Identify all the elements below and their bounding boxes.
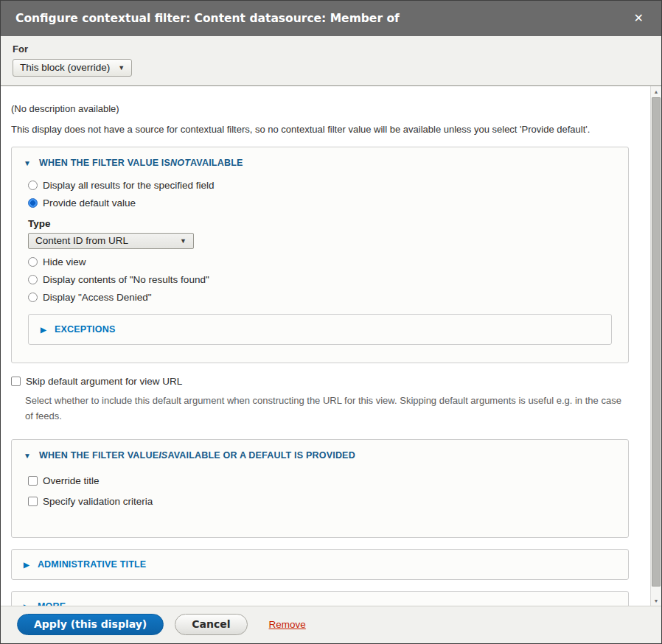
fieldset-filter-available: ▼ WHEN THE FILTER VALUE IS AVAILABLE OR …: [11, 439, 629, 538]
legend-text: ADMINISTRATIVE TITLE: [38, 559, 147, 570]
checkbox-label[interactable]: Override title: [43, 475, 100, 486]
fieldset-exceptions-summary[interactable]: ▶ EXCEPTIONS: [29, 315, 611, 344]
radio-label[interactable]: Provide default value: [43, 197, 136, 209]
legend-text: WHEN THE FILTER VALUE: [39, 450, 158, 461]
radio-display-all-results[interactable]: Display all results for the specified fi…: [28, 180, 612, 191]
scrollbar-track[interactable]: [651, 97, 661, 595]
type-label: Type: [28, 218, 612, 229]
legend-text: EXCEPTIONS: [55, 324, 116, 335]
checkbox-label[interactable]: Specify validation criteria: [43, 496, 153, 507]
radio-provide-default-value[interactable]: Provide default value: [28, 197, 612, 209]
radio-icon[interactable]: [28, 257, 38, 267]
checkbox-skip-default-argument[interactable]: Skip default argument for view URL: [11, 376, 629, 387]
vertical-scrollbar[interactable]: ▲ ▼: [650, 86, 661, 606]
dialog-title: Configure contextual filter: Content dat…: [15, 12, 631, 25]
radio-icon[interactable]: [28, 275, 38, 284]
fieldset-exceptions: ▶ EXCEPTIONS: [28, 314, 612, 345]
caret-right-icon: ▶: [24, 561, 29, 569]
chevron-down-icon: ▼: [118, 64, 125, 71]
radio-label[interactable]: Display all results for the specified fi…: [43, 180, 215, 191]
legend-emphasis: NOT: [170, 158, 190, 168]
for-section: For This block (override) ▼: [1, 36, 661, 86]
contextual-filter-dialog: Configure contextual filter: Content dat…: [0, 0, 662, 644]
radio-label[interactable]: Hide view: [43, 256, 86, 267]
legend-text: MORE: [38, 601, 66, 606]
scroll-up-icon[interactable]: ▲: [651, 86, 661, 97]
cancel-button[interactable]: Cancel: [175, 614, 247, 635]
checkbox-specify-validation[interactable]: Specify validation criteria: [28, 496, 612, 507]
caret-right-icon: ▶: [41, 326, 46, 334]
radio-display-access-denied[interactable]: Display "Access Denied": [28, 292, 612, 303]
chevron-down-icon: ▼: [180, 237, 187, 245]
legend-emphasis: IS: [158, 450, 167, 461]
radio-label[interactable]: Display contents of "No results found": [43, 274, 209, 285]
legend-text: AVAILABLE: [190, 158, 243, 168]
remove-link[interactable]: Remove: [269, 619, 306, 630]
radio-selected-icon[interactable]: [28, 198, 38, 208]
radio-icon[interactable]: [28, 181, 38, 190]
display-note-text: This display does not have a source for …: [11, 122, 629, 137]
fieldset-administrative-title-summary[interactable]: ▶ ADMINISTRATIVE TITLE: [12, 550, 628, 579]
checkbox-override-title[interactable]: Override title: [28, 475, 612, 486]
apply-button[interactable]: Apply (this display): [17, 614, 164, 635]
no-description-text: (No description available): [11, 102, 629, 116]
scroll-down-icon[interactable]: ▼: [651, 595, 661, 606]
legend-text: AVAILABLE OR A DEFAULT IS PROVIDED: [167, 450, 355, 461]
dialog-footer: Apply (this display) Cancel Remove: [1, 606, 661, 643]
type-select-value: Content ID from URL: [35, 235, 128, 246]
fieldset-available-summary[interactable]: ▼ WHEN THE FILTER VALUE IS AVAILABLE OR …: [12, 440, 628, 466]
dialog-header: Configure contextual filter: Content dat…: [1, 1, 661, 36]
type-select[interactable]: Content ID from URL ▼: [28, 233, 194, 249]
for-select-value: This block (override): [20, 62, 110, 73]
skip-default-description: Select whether to include this default a…: [25, 393, 629, 424]
checkbox-label[interactable]: Skip default argument for view URL: [26, 376, 182, 387]
radio-icon[interactable]: [28, 293, 38, 302]
caret-down-icon: ▼: [24, 452, 31, 460]
fieldset-filter-not-available: ▼ WHEN THE FILTER VALUE IS NOT AVAILABLE…: [11, 147, 629, 363]
scrollbar-thumb[interactable]: [652, 97, 661, 587]
fieldset-more-summary[interactable]: ▶ MORE: [12, 592, 628, 606]
checkbox-icon[interactable]: [28, 497, 38, 506]
checkbox-icon[interactable]: [11, 377, 21, 386]
fieldset-more: ▶ MORE: [11, 591, 629, 606]
caret-down-icon: ▼: [24, 159, 31, 167]
dialog-body: (No description available) This display …: [1, 86, 661, 606]
radio-label[interactable]: Display "Access Denied": [43, 292, 152, 303]
caret-right-icon: ▶: [24, 603, 29, 606]
radio-hide-view[interactable]: Hide view: [28, 256, 612, 267]
legend-text: WHEN THE FILTER VALUE IS: [39, 158, 170, 168]
for-select[interactable]: This block (override) ▼: [13, 59, 132, 77]
fieldset-administrative-title: ▶ ADMINISTRATIVE TITLE: [11, 549, 629, 580]
for-label: For: [13, 43, 649, 55]
radio-display-no-results[interactable]: Display contents of "No results found": [28, 274, 612, 285]
close-icon[interactable]: ✕: [631, 11, 647, 26]
checkbox-icon[interactable]: [28, 476, 38, 486]
fieldset-not-available-summary[interactable]: ▼ WHEN THE FILTER VALUE IS NOT AVAILABLE: [12, 147, 628, 174]
